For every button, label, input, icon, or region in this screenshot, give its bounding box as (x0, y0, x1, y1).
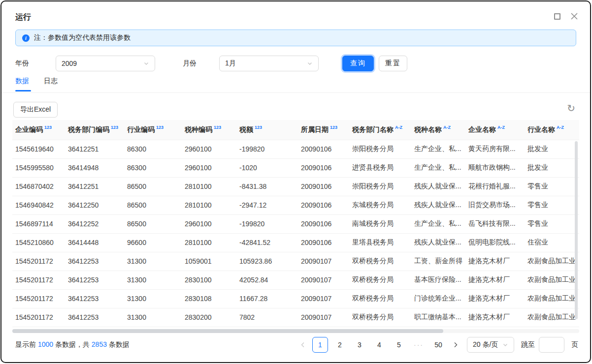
window-controls (554, 12, 578, 20)
month-label: 月份 (183, 59, 197, 68)
column-header-行业编码[interactable]: 行业编码123 (124, 120, 182, 140)
tab-bar: 数据 日志 (15, 77, 58, 91)
reset-button[interactable]: 重置 (379, 56, 407, 71)
table-row[interactable]: 154520117236412253313001059001105923.862… (12, 252, 579, 271)
table-cell: 36414448 (65, 233, 124, 252)
pagination-page-4[interactable]: 4 (371, 337, 387, 353)
page-size-value: 20 条/页 (473, 340, 498, 349)
table-cell: 捷洛克木材厂 (465, 271, 525, 289)
table-row[interactable]: 154521086036414448966002810100-42841.522… (12, 233, 579, 252)
table-cell: 零售业 (525, 177, 579, 196)
table-cell: 残疾人就业保... (411, 177, 465, 196)
table-cell: -199820 (236, 140, 298, 158)
export-excel-button[interactable]: 导出Excel (13, 102, 58, 118)
table-cell: 1545201172 (12, 289, 65, 308)
column-type-badge: 123 (255, 125, 262, 130)
table-cell: 1545201172 (12, 252, 65, 271)
table-cell: 1545201172 (12, 271, 65, 289)
column-header-税额[interactable]: 税额123 (236, 120, 298, 140)
column-header-企业编码[interactable]: 企业编码123 (12, 120, 65, 140)
table-cell: 86500 (124, 177, 182, 196)
table-cell: 门诊统筹企业... (411, 289, 465, 308)
pagination-page-5[interactable]: 5 (391, 337, 407, 353)
table-cell: 崇阳税务分局 (349, 140, 411, 158)
table-cell: 黄天药房有限... (465, 140, 525, 158)
table-cell: 42052.84 (236, 271, 298, 289)
maximize-icon[interactable] (554, 13, 560, 20)
table-cell: 2960100 (182, 158, 236, 177)
table-cell: 零售业 (525, 214, 579, 233)
year-select[interactable]: 2009 (56, 56, 155, 71)
table-cell: 36412253 (65, 308, 124, 327)
tab-log[interactable]: 日志 (44, 77, 58, 91)
table-row[interactable]: 154561964036412251863002960100-199820200… (12, 140, 579, 158)
data-table: 企业编码123税务部门编码123行业编码123税种编码123税额123所属日期1… (12, 120, 579, 327)
table-cell: 工资、薪金所得 (411, 252, 465, 271)
table-cell: 20090107 (298, 308, 349, 327)
table-row[interactable]: 1545201172364122533130028302007802200901… (12, 308, 579, 327)
table-cell: 生产企业、私... (411, 158, 465, 177)
table-row[interactable]: 15452011723641225331300283010042052.8420… (12, 271, 579, 289)
table-row[interactable]: 154694084236412250865002810100-2947.1220… (12, 196, 579, 214)
table-cell: 崇阳税务分局 (349, 177, 411, 196)
table-cell: -42841.52 (236, 233, 298, 252)
table-row[interactable]: 154599558036414948863002960100-102020090… (12, 158, 579, 177)
table-cell: 1059001 (182, 252, 236, 271)
table-cell: 7802 (236, 308, 298, 327)
month-select-value: 1月 (225, 59, 236, 68)
prev-page-icon[interactable] (297, 337, 308, 353)
pagination-page-50[interactable]: 50 (430, 337, 446, 353)
column-label: 企业编码 (15, 125, 43, 133)
column-header-税务部门编码[interactable]: 税务部门编码123 (65, 120, 124, 140)
page-size-select[interactable]: 20 条/页 (467, 337, 514, 353)
horizontal-scrollbar[interactable] (12, 329, 443, 333)
tab-data[interactable]: 数据 (15, 77, 29, 91)
table-cell: 2830100 (182, 271, 236, 289)
table-cell: 捷洛克木材厂 (465, 308, 525, 327)
table-cell: 1545619640 (12, 140, 65, 158)
refresh-icon[interactable]: ↻ (567, 103, 575, 113)
table-cell: 36412253 (65, 252, 124, 271)
column-label: 税种编码 (185, 125, 212, 133)
table-cell: 生产企业、私... (411, 140, 465, 158)
column-type-badge: A-Z (395, 125, 402, 130)
summary-suffix: 条数据 (107, 340, 130, 348)
table-cell: 20090107 (298, 271, 349, 289)
next-page-icon[interactable] (450, 337, 461, 353)
horizontal-scrollbar-track (12, 329, 579, 333)
table-cell: 残疾人就业保... (411, 233, 465, 252)
table-cell: 105923.86 (236, 252, 298, 271)
table-cell: 基本医疗保险... (411, 271, 465, 289)
column-header-税种名称[interactable]: 税种名称A-Z (411, 120, 465, 140)
table-footer: 显示前 1000 条数据，共 2853 条数据 12345···50 20 条/… (15, 337, 578, 353)
table-cell: 农副食品加工业 (525, 271, 579, 289)
column-header-所属日期[interactable]: 所属日期123 (298, 120, 349, 140)
column-label: 行业编码 (127, 125, 155, 133)
table-cell: 农副食品加工业 (525, 252, 579, 271)
active-tab-indicator (15, 90, 31, 91)
table-cell: 双桥税务分局 (349, 308, 411, 327)
column-header-行业名称[interactable]: 行业名称A-Z (525, 120, 579, 140)
pagination-page-2[interactable]: 2 (332, 337, 348, 353)
summary-prefix: 显示前 (15, 340, 38, 348)
pagination-page-1[interactable]: 1 (312, 337, 328, 353)
vertical-scrollbar[interactable] (575, 141, 578, 319)
table-cell: 86300 (124, 158, 182, 177)
table-row[interactable]: 154689711436412252865002960100-199820200… (12, 214, 579, 233)
table-cell: 36414948 (65, 158, 124, 177)
table-cell: 农副食品加工业 (525, 308, 579, 327)
column-header-税种编码[interactable]: 税种编码123 (182, 120, 236, 140)
table-cell: 2830200 (182, 308, 236, 327)
column-label: 税种名称 (414, 125, 442, 133)
month-select[interactable]: 1月 (219, 56, 319, 71)
table-cell: 顺航市政钢构... (465, 158, 525, 177)
jump-page-input[interactable] (539, 337, 564, 353)
pagination-page-3[interactable]: 3 (352, 337, 367, 353)
table-row[interactable]: 15452011723641225331300283010811667.2820… (12, 289, 579, 308)
query-button[interactable]: 查询 (342, 56, 374, 71)
column-header-税务部门名称[interactable]: 税务部门名称A-Z (349, 120, 411, 140)
column-header-企业名称[interactable]: 企业名称A-Z (465, 120, 525, 140)
table-cell: 捷洛克木材厂 (465, 289, 525, 308)
close-icon[interactable] (570, 12, 578, 20)
table-row[interactable]: 154687040236412251865002810100-8431.3820… (12, 177, 579, 196)
